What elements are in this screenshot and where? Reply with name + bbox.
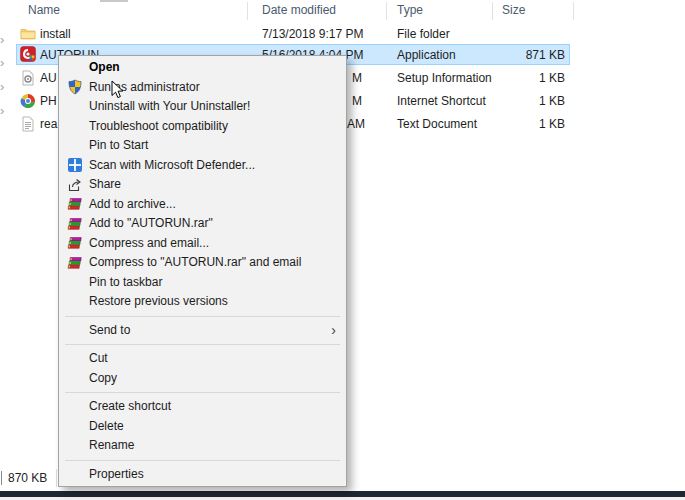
file-type: File folder	[397, 23, 450, 45]
winrar-icon	[67, 255, 83, 271]
menu-item-label: Delete	[89, 419, 124, 433]
winrar-icon	[67, 235, 83, 251]
file-name: rea	[40, 113, 57, 135]
menu-item-label: Add to archive...	[89, 197, 176, 211]
file-type: Application	[397, 44, 456, 66]
menu-item-share[interactable]: Share	[59, 175, 346, 195]
menu-item-label: Add to "AUTORUN.rar"	[89, 216, 213, 230]
file-date-fragment: AM	[347, 113, 365, 135]
file-name: AU	[40, 67, 57, 89]
file-name: PH	[40, 90, 57, 112]
column-divider	[247, 2, 248, 20]
menu-item-add-to-archive[interactable]: Add to archive...	[59, 195, 346, 215]
status-bar-divider	[56, 469, 57, 487]
file-size: 1 KB	[465, 90, 565, 112]
text-document-icon	[20, 116, 36, 132]
menu-item-open[interactable]: Open	[59, 58, 346, 78]
folder-icon	[20, 26, 36, 42]
column-header-name[interactable]: Name	[28, 1, 60, 19]
internet-shortcut-icon	[20, 93, 36, 109]
menu-item-add-to-autorun-rar[interactable]: Add to "AUTORUN.rar"	[59, 214, 346, 234]
menu-item-troubleshoot-compatibility[interactable]: Troubleshoot compatibility	[59, 117, 346, 137]
menu-item-label: Rename	[89, 438, 134, 452]
menu-item-compress-to-autorun-rar-and-email[interactable]: Compress to "AUTORUN.rar" and email	[59, 253, 346, 273]
menu-item-send-to[interactable]: Send to ›	[59, 321, 346, 341]
column-header-size[interactable]: Size	[502, 1, 525, 19]
column-divider	[386, 2, 387, 20]
mouse-cursor-icon	[111, 80, 124, 99]
uac-shield-icon	[67, 79, 83, 95]
menu-item-label: Pin to Start	[89, 138, 148, 152]
winrar-icon	[67, 216, 83, 232]
menu-item-label: Scan with Microsoft Defender...	[89, 158, 255, 172]
menu-separator	[65, 316, 340, 317]
share-icon	[67, 177, 83, 193]
menu-item-scan-with-microsoft-defender[interactable]: Scan with Microsoft Defender...	[59, 156, 346, 176]
menu-item-create-shortcut[interactable]: Create shortcut	[59, 397, 346, 417]
menu-item-properties[interactable]: Properties	[59, 465, 346, 485]
file-size: 871 KB	[465, 44, 565, 66]
status-bar-divider	[1, 471, 2, 485]
menu-item-label: Run as administrator	[89, 80, 200, 94]
microsoft-defender-icon	[67, 157, 83, 173]
menu-item-label: Troubleshoot compatibility	[89, 119, 228, 133]
menu-item-pin-to-taskbar[interactable]: Pin to taskbar	[59, 273, 346, 293]
ui-fragment	[100, 0, 128, 2]
menu-item-delete[interactable]: Delete	[59, 417, 346, 437]
menu-item-cut[interactable]: Cut	[59, 349, 346, 369]
menu-item-label: Create shortcut	[89, 399, 171, 413]
application-icon	[20, 46, 36, 62]
menu-item-label: Copy	[89, 371, 117, 385]
menu-item-restore-previous-versions[interactable]: Restore previous versions	[59, 292, 346, 312]
file-date-fragment: M	[352, 67, 362, 89]
menu-item-label: Properties	[89, 467, 144, 481]
menu-item-pin-to-start[interactable]: Pin to Start	[59, 136, 346, 156]
menu-item-label: Send to	[89, 323, 130, 337]
menu-separator	[65, 392, 340, 393]
menu-item-compress-and-email[interactable]: Compress and email...	[59, 234, 346, 254]
menu-item-label: Share	[89, 177, 121, 191]
winrar-icon	[67, 196, 83, 212]
file-name: install	[40, 23, 71, 45]
menu-item-label: Uninstall with Your Uninstaller!	[89, 99, 250, 113]
menu-item-label: Compress and email...	[89, 236, 209, 250]
menu-item-rename[interactable]: Rename	[59, 436, 346, 456]
menu-separator	[65, 344, 340, 345]
menu-separator	[65, 460, 340, 461]
menu-item-label: Compress to "AUTORUN.rar" and email	[89, 255, 301, 269]
submenu-arrow-icon: ›	[331, 321, 336, 341]
file-date-fragment: M	[352, 90, 362, 112]
column-header-type[interactable]: Type	[397, 1, 423, 19]
context-menu: Open Run as administrator Uninstall with…	[58, 55, 347, 487]
menu-item-copy[interactable]: Copy	[59, 369, 346, 389]
menu-item-label: Pin to taskbar	[89, 275, 162, 289]
menu-item-uninstall-with-your-uninstaller[interactable]: Uninstall with Your Uninstaller!	[59, 97, 346, 117]
setup-information-icon	[20, 70, 36, 86]
column-divider	[492, 2, 493, 20]
menu-item-label: Cut	[89, 351, 108, 365]
file-size: 1 KB	[465, 67, 565, 89]
file-date: 7/13/2018 9:17 PM	[262, 23, 363, 45]
menu-item-label: Restore previous versions	[89, 294, 228, 308]
column-header-date-modified[interactable]: Date modified	[262, 1, 336, 19]
file-size: 1 KB	[465, 113, 565, 135]
menu-item-label: Open	[89, 60, 120, 74]
column-divider	[573, 2, 574, 20]
file-row-install[interactable]: install 7/13/2018 9:17 PM File folder	[0, 23, 685, 45]
file-size	[465, 23, 565, 45]
status-bar-selected-size: 870 KB	[8, 470, 47, 486]
file-explorer-window: Name Date modified Type Size › › › › ins…	[0, 0, 685, 500]
menu-item-run-as-administrator[interactable]: Run as administrator	[59, 78, 346, 98]
